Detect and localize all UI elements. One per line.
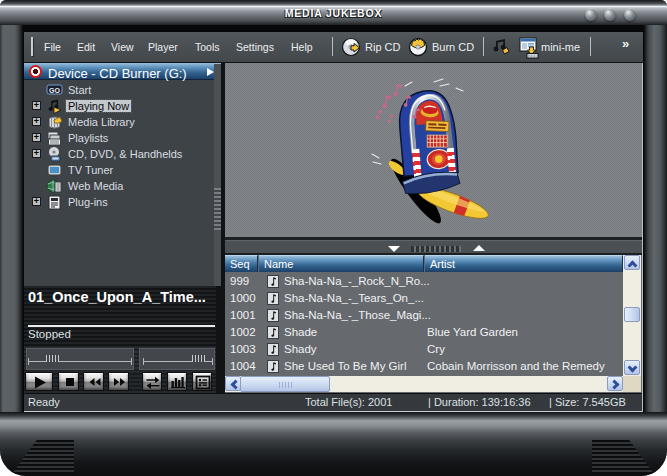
svg-text:GO: GO	[49, 87, 60, 94]
